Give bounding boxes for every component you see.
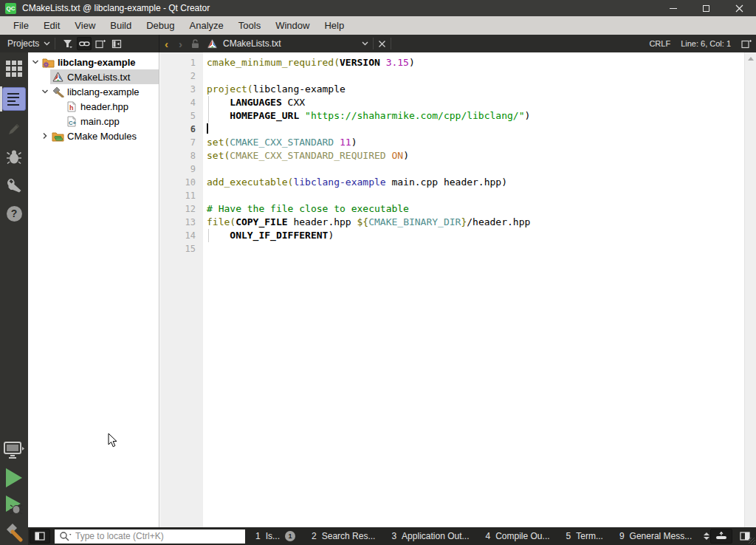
minimize-button[interactable] [656, 0, 690, 16]
locator-input[interactable] [75, 531, 245, 541]
tree-item-content[interactable]: CMakeLists.txt [50, 69, 159, 84]
modules-folder-icon [52, 130, 64, 142]
close-document-button[interactable] [378, 40, 386, 48]
tree-item-content[interactable]: CMake Modules [50, 128, 159, 143]
link-with-editor-button[interactable] [77, 37, 92, 50]
tree-item-header-hpp[interactable]: hheader.hpp [28, 99, 159, 114]
filter-button[interactable] [61, 37, 75, 50]
split-panel-button[interactable] [93, 37, 108, 50]
chevron-down-icon[interactable] [30, 57, 41, 67]
tree-item-content[interactable]: libclang-example [41, 55, 159, 69]
code-line-13[interactable]: file(COPY_FILE header.hpp ${CMAKE_BINARY… [203, 216, 744, 229]
maximize-button[interactable] [690, 0, 723, 16]
tree-item-libclang-example[interactable]: libclang-example [28, 55, 159, 69]
output-pane-arrows[interactable] [704, 532, 709, 540]
output-pane-9[interactable]: 9General Mess... [619, 531, 692, 541]
code-line-12[interactable]: # Have the file close to executable [203, 202, 744, 216]
tree-item-content[interactable]: libclang-example [50, 84, 159, 99]
resize-grip[interactable] [749, 538, 755, 544]
code-line-8[interactable]: set(CMAKE_CXX_STANDARD_REQUIRED ON) [203, 149, 744, 162]
tree-item-content[interactable]: hheader.hpp [63, 99, 159, 114]
menu-debug[interactable]: Debug [139, 16, 182, 35]
chevron-slot [53, 101, 63, 112]
editor-tab-label[interactable]: CMakeLists.txt [223, 38, 281, 49]
editor-scrollbar[interactable] [744, 52, 756, 527]
menubar: FileEditViewBuildDebugAnalyzeToolsWindow… [0, 16, 756, 35]
tree-item-main-cpp[interactable]: C+main.cpp [28, 114, 159, 128]
code-line-2[interactable] [203, 69, 744, 83]
close-button[interactable] [723, 0, 756, 16]
projects-mode-button[interactable] [0, 175, 28, 196]
left-sidebar-icon [35, 532, 45, 541]
sidebar-view-selector[interactable]: Projects [7, 38, 50, 49]
code-line-3[interactable]: project(libclang-example [203, 83, 744, 96]
build-button[interactable] [0, 522, 28, 543]
code-line-6[interactable] [203, 123, 744, 136]
document-dropdown-icon[interactable] [362, 41, 368, 46]
line-ending-indicator[interactable]: CRLF [649, 39, 670, 48]
chevron-right-icon[interactable] [40, 131, 50, 141]
code-line-7[interactable]: set(CMAKE_CXX_STANDARD 11) [203, 136, 744, 149]
tree-item-cmakelists-txt[interactable]: CMakeLists.txt [28, 69, 159, 84]
minimize-icon [670, 8, 677, 9]
lock-icon [190, 38, 200, 49]
output-pane-2[interactable]: 2Search Res... [312, 531, 375, 541]
split-editor-button[interactable] [741, 39, 752, 49]
output-pane-4[interactable]: 4Compile Ou... [486, 531, 550, 541]
line-number: 12 [160, 202, 203, 216]
output-pane-buttons: 1Is...12Search Res...3Application Out...… [255, 531, 692, 541]
output-pane-1[interactable]: 1Is...1 [255, 531, 295, 541]
navigate-back-button[interactable]: ‹ [159, 38, 173, 50]
menu-tools[interactable]: Tools [231, 16, 268, 35]
divider [373, 38, 374, 49]
line-number: 9 [160, 162, 203, 176]
window-title: CMakeLists.txt @ libclang-example - Qt C… [22, 3, 210, 13]
menu-window[interactable]: Window [268, 16, 317, 35]
tree-item-libclang-example[interactable]: libclang-example [28, 84, 159, 99]
code-line-5[interactable]: HOMEPAGE_URL "https://shaharmike.com/cpp… [203, 109, 744, 123]
code-line-10[interactable]: add_executable(libclang-example main.cpp… [203, 176, 744, 189]
header-file-icon: h [65, 100, 78, 112]
code-editor[interactable]: 123456789101112131415 cmake_minimum_requ… [160, 52, 756, 527]
qt-creator-window: QC CMakeLists.txt @ libclang-example - Q… [0, 0, 756, 545]
menu-analyze[interactable]: Analyze [182, 16, 231, 35]
design-mode-button[interactable] [0, 119, 28, 140]
run-button[interactable] [0, 467, 28, 488]
close-sidebar-button[interactable] [109, 37, 124, 50]
code-line-11[interactable] [203, 189, 744, 202]
toolbar: Projects [0, 35, 756, 52]
tree-item-cmake-modules[interactable]: CMake Modules [28, 128, 159, 143]
edit-mode-icon [2, 87, 26, 111]
code-line-4[interactable]: LANGUAGES CXX [203, 96, 744, 109]
tree-item-content[interactable]: C+main.cpp [63, 114, 159, 128]
close-sidebar-icon [111, 39, 122, 49]
welcome-mode-button[interactable] [0, 58, 28, 79]
menu-view[interactable]: View [67, 16, 103, 35]
search-icon [59, 531, 74, 541]
menu-file[interactable]: File [6, 16, 36, 35]
code-line-15[interactable] [203, 242, 744, 256]
debug-run-button[interactable] [0, 495, 28, 515]
menu-edit[interactable]: Edit [36, 16, 67, 35]
locator[interactable] [55, 529, 245, 544]
output-pane-3[interactable]: 3Application Out... [391, 531, 469, 541]
chevron-slot [40, 72, 50, 82]
code-line-9[interactable] [203, 162, 744, 176]
maximize-output-pane-button[interactable] [710, 529, 732, 544]
debug-mode-button[interactable] [0, 147, 28, 168]
code-line-1[interactable]: cmake_minimum_required(VERSION 3.15) [203, 56, 744, 69]
output-pane-5[interactable]: 5Term... [566, 531, 603, 541]
pane-label: Compile Ou... [495, 531, 549, 541]
line-number: 4 [160, 96, 203, 109]
menu-build[interactable]: Build [103, 16, 139, 35]
menu-help[interactable]: Help [317, 16, 351, 35]
scroll-up-icon[interactable] [748, 57, 754, 61]
code-line-14[interactable]: ONLY_IF_DIFFERENT) [203, 229, 744, 242]
edit-mode-button[interactable] [0, 86, 28, 112]
chevron-down-icon[interactable] [40, 86, 50, 97]
toggle-left-sidebar-button[interactable] [30, 529, 50, 544]
help-mode-button[interactable]: ? [0, 203, 28, 224]
kit-selector-button[interactable] [0, 440, 28, 461]
navigate-forward-button[interactable]: › [173, 38, 188, 50]
code-area[interactable]: cmake_minimum_required(VERSION 3.15)proj… [203, 56, 744, 256]
